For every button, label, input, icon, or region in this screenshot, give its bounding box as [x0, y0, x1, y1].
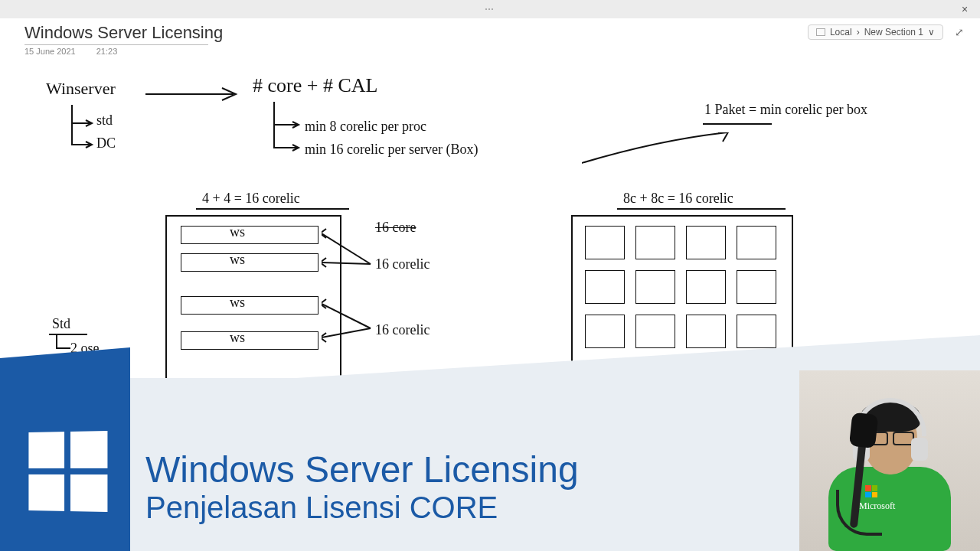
- close-button[interactable]: ×: [949, 3, 980, 15]
- notebook-icon: [816, 28, 825, 36]
- presenter-avatar: [821, 398, 959, 551]
- windows-logo-icon: [28, 431, 107, 512]
- video-overlay: Windows Server Licensing Penjelasan Lise…: [0, 378, 980, 551]
- ink-cell: [737, 270, 776, 304]
- ink-cell: [585, 226, 625, 259]
- svg-line-5: [322, 304, 371, 328]
- ink-text-right-eq: 8c + 8c = 16 corelic: [623, 191, 733, 207]
- ink-text-ws: ws: [230, 224, 245, 240]
- ink-text-ws: ws: [230, 252, 245, 268]
- ink-slot: [181, 253, 318, 272]
- ink-text-min8: min 8 corelic per proc: [305, 119, 426, 135]
- ink-text-paket: 1 Paket = min corelic per box: [704, 102, 867, 118]
- underline-icon: [196, 207, 349, 210]
- ink-cell: [585, 270, 625, 304]
- ink-slot: [181, 296, 318, 315]
- ink-text-core-cal: # core + # CAL: [253, 74, 377, 97]
- breadcrumb-section: New Section 1: [864, 27, 923, 37]
- drag-handle-icon[interactable]: ⋯: [485, 4, 495, 15]
- ink-text-std-note: Std: [52, 316, 70, 332]
- underline-icon: [617, 207, 786, 210]
- page-meta: 15 June 2021 21:23: [24, 47, 223, 56]
- chevron-down-icon: ∨: [928, 27, 935, 37]
- window-titlebar: ⋯ ×: [0, 0, 980, 18]
- page-date: 15 June 2021: [24, 47, 76, 56]
- ink-text-ws: ws: [230, 295, 245, 311]
- ink-slot: [181, 226, 318, 244]
- page-title[interactable]: Windows Server Licensing: [24, 23, 223, 44]
- page-time: 21:23: [96, 47, 118, 56]
- ink-text-min16: min 16 corelic per server (Box): [305, 142, 478, 158]
- ink-cell: [635, 226, 675, 259]
- ink-text-std: std: [96, 112, 113, 129]
- svg-line-3: [322, 233, 371, 264]
- notebook-breadcrumb[interactable]: Local › New Section 1 ∨: [808, 24, 943, 40]
- ink-text-left-eq: 4 + 4 = 16 corelic: [202, 191, 300, 207]
- ink-cell: [635, 270, 675, 304]
- title-underline: [24, 44, 208, 45]
- ink-text-dc: DC: [96, 135, 116, 152]
- ink-text-16corelic: 16 corelic: [375, 256, 430, 272]
- svg-line-4: [322, 262, 371, 264]
- arrow-icon: [145, 86, 245, 102]
- ink-cell: [686, 226, 726, 259]
- page-header: Windows Server Licensing 15 June 2021 21…: [0, 18, 980, 56]
- breadcrumb-root: Local: [830, 27, 852, 37]
- webcam-frame: [799, 370, 980, 551]
- overlay-title: Windows Server Licensing: [145, 448, 579, 491]
- branch-arrow-icon: [268, 102, 303, 163]
- overlay-subtitle: Penjelasan Lisensi CORE: [145, 491, 579, 525]
- breadcrumb-sep: ›: [857, 27, 860, 37]
- ink-text-winserver: Winserver: [46, 79, 116, 99]
- branch-arrow-icon: [67, 105, 98, 158]
- fullscreen-button[interactable]: ⤢: [952, 25, 966, 39]
- arrow-icon: [582, 132, 735, 171]
- ink-cell: [737, 226, 776, 259]
- underline-icon: [703, 122, 772, 126]
- ink-cell: [686, 270, 726, 304]
